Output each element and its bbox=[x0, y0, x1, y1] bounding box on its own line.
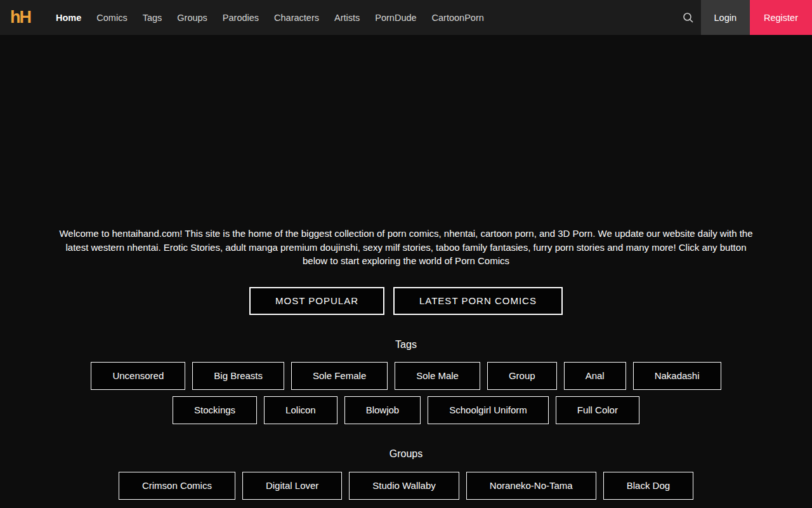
tags-section-title: Tags bbox=[0, 339, 812, 351]
tag-button-blowjob[interactable]: Blowjob bbox=[344, 396, 421, 424]
tags-row-1: Uncensored Big Breasts Sole Female Sole … bbox=[0, 362, 812, 390]
tag-button-lolicon[interactable]: Lolicon bbox=[264, 396, 337, 424]
tag-button-schoolgirl-uniform[interactable]: Schoolgirl Uniform bbox=[428, 396, 549, 424]
nav-item-characters[interactable]: Characters bbox=[268, 13, 325, 23]
tag-button-uncensored[interactable]: Uncensored bbox=[91, 362, 185, 390]
register-button[interactable]: Register bbox=[750, 0, 812, 35]
nav-item-home[interactable]: Home bbox=[49, 13, 88, 23]
nav-item-parodies[interactable]: Parodies bbox=[216, 13, 265, 23]
most-popular-button[interactable]: MOST POPULAR bbox=[249, 287, 384, 315]
primary-buttons-row: MOST POPULAR LATEST PORN COMICS bbox=[0, 287, 812, 315]
nav-item-comics[interactable]: Comics bbox=[90, 13, 133, 23]
group-button-noraneko-no-tama[interactable]: Noraneko-No-Tama bbox=[466, 472, 596, 500]
group-button-digital-lover[interactable]: Digital Lover bbox=[242, 472, 342, 500]
tag-button-full-color[interactable]: Full Color bbox=[556, 396, 639, 424]
nav-item-tags[interactable]: Tags bbox=[136, 13, 169, 23]
tag-button-sole-female[interactable]: Sole Female bbox=[291, 362, 388, 390]
nav-item-cartoonporn[interactable]: CartoonPorn bbox=[426, 13, 490, 23]
group-button-black-dog[interactable]: Black Dog bbox=[603, 472, 693, 500]
site-logo[interactable]: hH bbox=[10, 0, 30, 35]
search-icon[interactable] bbox=[676, 0, 701, 35]
group-button-crimson-comics[interactable]: Crimson Comics bbox=[119, 472, 235, 500]
group-button-studio-wallaby[interactable]: Studio Wallaby bbox=[349, 472, 459, 500]
tag-button-stockings[interactable]: Stockings bbox=[173, 396, 257, 424]
latest-porn-comics-button[interactable]: LATEST PORN COMICS bbox=[393, 287, 563, 315]
login-button[interactable]: Login bbox=[701, 0, 750, 35]
magnifier-glyph bbox=[683, 12, 694, 23]
nav-item-artists[interactable]: Artists bbox=[328, 13, 366, 23]
tag-button-group[interactable]: Group bbox=[487, 362, 557, 390]
groups-row-1: Crimson Comics Digital Lover Studio Wall… bbox=[0, 472, 812, 500]
navbar: hH Home Comics Tags Groups Parodies Char… bbox=[0, 0, 812, 35]
tag-button-big-breasts[interactable]: Big Breasts bbox=[192, 362, 284, 390]
tag-button-nakadashi[interactable]: Nakadashi bbox=[633, 362, 721, 390]
groups-section-title: Groups bbox=[0, 448, 812, 460]
tag-button-sole-male[interactable]: Sole Male bbox=[395, 362, 480, 390]
welcome-text: Welcome to hentaihand.com! This site is … bbox=[56, 227, 756, 268]
nav-item-groups[interactable]: Groups bbox=[171, 13, 214, 23]
tag-button-anal[interactable]: Anal bbox=[564, 362, 626, 390]
main-content: Welcome to hentaihand.com! This site is … bbox=[0, 227, 812, 508]
tags-row-2: Stockings Lolicon Blowjob Schoolgirl Uni… bbox=[0, 396, 812, 424]
nav-item-porndude[interactable]: PornDude bbox=[369, 13, 422, 23]
main-nav: Home Comics Tags Groups Parodies Charact… bbox=[49, 13, 490, 23]
